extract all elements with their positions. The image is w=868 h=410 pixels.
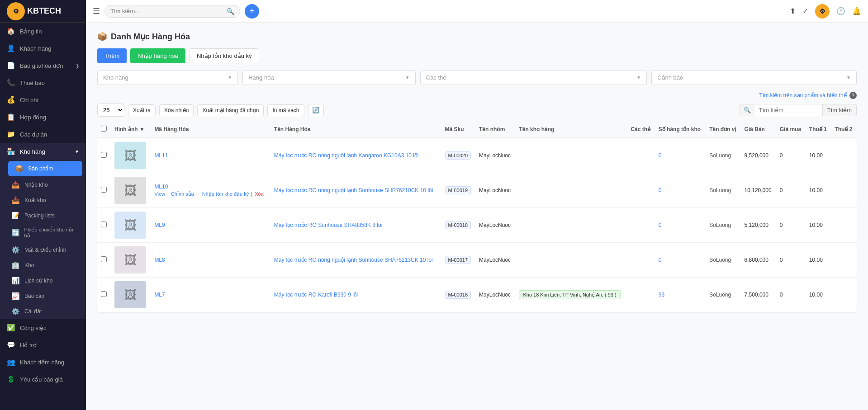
logo-icon: ⚙ [7, 2, 25, 20]
product-name-link[interactable]: Máy lọc nước RO nóng nguội lạnh Kangaroo… [274, 152, 419, 159]
row-unit-cell: SoLuong [706, 243, 740, 278]
row-group-cell: MayLocNuoc [475, 138, 515, 173]
notification-icon[interactable]: 🔔 [852, 7, 861, 15]
product-table: Hình ảnh ▼ Mã Hàng Hóa Tên Hàng Hóa Mã S… [97, 121, 857, 312]
sidebar-item-bao-cao[interactable]: 📈 Báo cáo [5, 288, 86, 304]
sidebar-item-packing[interactable]: 📝 Packing lists [5, 208, 86, 223]
sidebar-item-hop-dong[interactable]: 📋 Hợp đồng [0, 108, 86, 126]
hang-hoa-filter[interactable]: Hàng hóa ▼ [242, 70, 416, 85]
nhap-hang-hoa-button[interactable]: Nhập hàng hóa [130, 48, 185, 63]
product-img-placeholder: 🖼 [124, 287, 137, 302]
delete-link[interactable]: Xóa [255, 191, 264, 197]
sidebar-item-bao-gia[interactable]: 📄 Báo giá/hóa đơn ❯ [0, 57, 86, 74]
product-code-link[interactable]: ML9 [154, 222, 165, 228]
action-separator-2: | [196, 191, 198, 197]
table-search-button[interactable]: Tìm kiếm [822, 104, 857, 116]
product-code-link[interactable]: ML7 [154, 292, 165, 298]
xuat-ra-button[interactable]: Xuất ra [128, 104, 156, 116]
product-code-link[interactable]: ML10 [154, 184, 168, 190]
sidebar-item-mat-dieu-chinh[interactable]: ⚙️ Mất & Điều chỉnh [5, 242, 86, 258]
select-all-checkbox[interactable] [101, 126, 107, 132]
global-search-input[interactable] [110, 8, 223, 14]
sidebar-item-nhap-kho[interactable]: 📥 Nhập kho [5, 177, 86, 193]
clock-icon[interactable]: 🕐 [836, 7, 845, 15]
sidebar-item-lich-su-kho[interactable]: 📊 Lịch sử kho [5, 273, 86, 288]
refresh-button[interactable]: 🔄 [308, 104, 324, 116]
quote-request-icon: 💲 [7, 375, 15, 383]
sidebar-item-yeu-cau-bao-gia[interactable]: 💲 Yêu cầu báo giá [0, 371, 86, 388]
product-code-link[interactable]: ML11 [154, 152, 168, 159]
sidebar-item-cac-du-an[interactable]: 📁 Các dự án [0, 126, 86, 143]
kho-hang-filter[interactable]: Kho hàng ▼ [97, 70, 238, 85]
row-checkbox[interactable] [101, 187, 107, 193]
report-icon: 📈 [11, 292, 20, 300]
sidebar-item-ho-tro[interactable]: 💬 Hỗ trợ [0, 336, 86, 353]
cac-the-filter[interactable]: Các thẻ ▼ [420, 70, 647, 85]
sidebar-item-kho-hang[interactable]: 🏪 Kho hàng ▼ [0, 143, 86, 160]
in-ma-vach-button[interactable]: In mã vạch [267, 104, 304, 116]
avatar[interactable]: ⚙ [815, 4, 830, 19]
hang-hoa-label: Hàng hóa [248, 74, 274, 81]
nhap-ton-kho-button[interactable]: Nhập tồn kho đầu kỳ [189, 48, 260, 63]
xoa-nhieu-button[interactable]: Xóa nhiều [159, 104, 194, 116]
sidebar-item-kho[interactable]: 🏢 Kho [5, 258, 86, 273]
menu-toggle-icon[interactable]: ☰ [93, 6, 100, 16]
search-hint-link[interactable]: Tìm kiếm trên sản phẩm và biến thể [759, 92, 847, 99]
import-stock-link[interactable]: Nhập tồn kho đầu kỳ [202, 191, 249, 197]
global-add-button[interactable]: + [245, 4, 259, 19]
unit-value: SoLuong [709, 292, 731, 298]
buy-price-value: 0 [780, 187, 783, 193]
stock-value: 0 [659, 257, 662, 263]
product-group: MayLocNuoc [479, 187, 511, 193]
contract-icon: 📋 [7, 113, 15, 121]
xuat-mat-hang-button[interactable]: Xuất mặt hàng đã chọn [197, 104, 264, 116]
sidebar-item-cai-dat[interactable]: ⚙️ Cài đặt [5, 304, 86, 319]
logo[interactable]: ⚙ KBTECH [0, 0, 86, 23]
row-tax2-cell [831, 138, 857, 173]
check-icon[interactable]: ✓ [802, 7, 808, 15]
global-search-icon: 🔍 [227, 8, 234, 15]
sidebar-item-phieu-chuyen[interactable]: 🔄 Phiếu chuyển kho nội bộ [5, 223, 86, 242]
row-tags-cell [627, 208, 655, 243]
sidebar-item-chi-phi[interactable]: 💰 Chi phí [0, 91, 86, 108]
row-unit-cell: SoLuong [706, 173, 740, 208]
table-search-input[interactable] [754, 104, 822, 116]
edit-link[interactable]: Chỉnh sửa [171, 191, 194, 197]
sidebar-item-khach-tiem-nang[interactable]: 👥 Khách tiềm năng [0, 353, 86, 371]
product-name-link[interactable]: Máy lọc nước RO Sunhouse SHA8858K 8 lõi [274, 222, 382, 228]
global-search-box: 🔍 [104, 5, 240, 18]
sidebar-item-xuat-kho[interactable]: 📤 Xuất kho [5, 193, 86, 208]
product-name-link[interactable]: Máy lọc nước RO Karofi B930 9 lõi [274, 292, 358, 298]
col-gia-ban: Giá Bán [741, 121, 776, 138]
row-checkbox[interactable] [101, 152, 107, 158]
row-checkbox[interactable] [101, 256, 107, 262]
row-tax2-cell [831, 173, 857, 208]
row-warehouse-cell [515, 243, 627, 278]
row-checkbox[interactable] [101, 221, 107, 227]
product-name-link[interactable]: Máy lọc nước RO nóng nguội lạnh Sunhouse… [274, 257, 433, 263]
row-group-cell: MayLocNuoc [475, 243, 515, 278]
product-name-link[interactable]: Máy lọc nước RO nóng nguội lạnh Sunhouse… [274, 187, 433, 193]
row-code-cell: ML9 [151, 208, 270, 243]
row-checkbox-cell [97, 173, 111, 208]
sidebar-item-thue-bao[interactable]: 📞 Thuê bao [0, 74, 86, 91]
help-icon[interactable]: ? [849, 92, 857, 99]
sidebar-item-khach-hang[interactable]: 👤 Khách hàng [0, 40, 86, 57]
row-checkbox[interactable] [101, 291, 107, 297]
share-icon[interactable]: ⬆ [790, 7, 796, 15]
row-unit-cell: SoLuong [706, 208, 740, 243]
them-button[interactable]: Thêm [97, 48, 127, 63]
sidebar-item-bang-tin[interactable]: 🏠 Bảng tin [0, 23, 86, 40]
sidebar-item-cong-viec[interactable]: ✅ Công việc [0, 319, 86, 336]
row-image-cell: 🖼 [111, 243, 151, 278]
sidebar-label-ho-tro: Hỗ trợ [20, 342, 37, 349]
per-page-select[interactable]: 25 50 100 [97, 104, 124, 117]
avatar-initial: ⚙ [820, 8, 825, 15]
row-sku-cell: M-00016 [441, 278, 475, 312]
view-link[interactable]: View [154, 191, 165, 197]
stock-value: 0 [659, 152, 662, 159]
sidebar-item-san-pham[interactable]: 📦 Sản phẩm [8, 161, 82, 176]
canh-bao-filter[interactable]: Cảnh báo ▼ [651, 70, 857, 85]
product-code-link[interactable]: ML8 [154, 257, 165, 263]
table-row: 🖼 ML9 Máy lọc nước RO Sunhouse SHA8858K … [97, 208, 857, 243]
